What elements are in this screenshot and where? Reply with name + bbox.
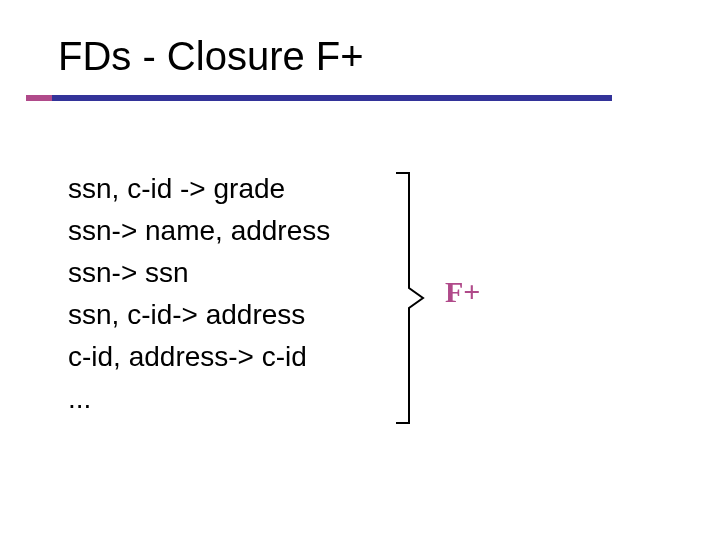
closure-label: F+ [445,275,480,309]
fd-line: ssn-> name, address [68,210,330,252]
accent-bar [26,95,52,101]
title-underline [52,95,612,101]
closure-bracket-icon [395,172,429,424]
fd-line: ssn-> ssn [68,252,330,294]
fd-line: ssn, c-id -> grade [68,168,330,210]
fd-line: ssn, c-id-> address [68,294,330,336]
fd-line: c-id, address-> c-id [68,336,330,378]
fd-line: ... [68,378,330,420]
fd-list: ssn, c-id -> grade ssn-> name, address s… [68,168,330,420]
slide-title: FDs - Closure F+ [58,34,364,79]
